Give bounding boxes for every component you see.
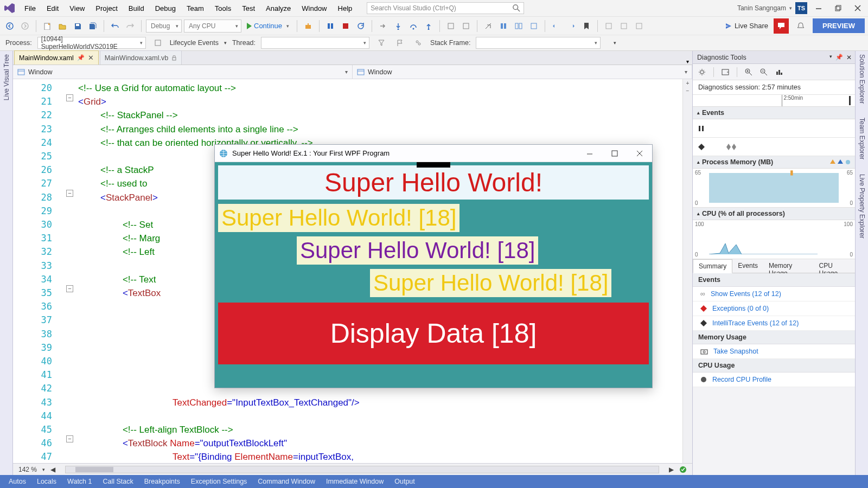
live-share-button[interactable]: Live Share	[725, 22, 768, 30]
step-over-button[interactable]	[407, 20, 420, 33]
search-input[interactable]: Search Visual Studio (Ctrl+Q)	[367, 2, 524, 14]
nav-left-dropdown[interactable]: Window	[13, 65, 353, 79]
toolbar-overflow[interactable]: ▾	[608, 36, 621, 49]
wpf-close-button[interactable]	[627, 145, 652, 162]
menu-help[interactable]: Help	[333, 2, 358, 15]
indent-button[interactable]	[565, 20, 578, 33]
zoom-out-icon[interactable]	[760, 68, 768, 76]
notifications-button[interactable]	[794, 20, 807, 33]
tab-locals[interactable]: Locals	[31, 476, 62, 487]
toolbar-icon-1[interactable]	[482, 20, 495, 33]
solution-explorer-rail[interactable]: Solution Explorer	[858, 51, 866, 107]
restart-button[interactable]	[354, 20, 367, 33]
menu-debug[interactable]: Debug	[150, 2, 181, 15]
thread-link-icon[interactable]	[412, 36, 425, 49]
menu-view[interactable]: View	[65, 2, 90, 15]
zoom-level[interactable]: 142 %	[18, 466, 37, 473]
thread-flag-icon[interactable]	[393, 36, 406, 49]
platform-dropdown[interactable]: Any CPU	[184, 20, 241, 33]
nav-forward-button[interactable]	[18, 20, 31, 33]
window-minimize-button[interactable]	[810, 2, 827, 14]
window-restore-button[interactable]	[830, 2, 846, 14]
menu-edit[interactable]: Edit	[42, 2, 63, 15]
vertical-scrollbar[interactable]: + −	[682, 79, 692, 463]
cpu-chart[interactable]: 100 100 0 0	[693, 220, 855, 259]
toolbar-btn-x2[interactable]	[617, 20, 630, 33]
debug-adorner[interactable]	[417, 162, 450, 168]
toolbar-icon-4[interactable]	[527, 20, 540, 33]
show-events-link[interactable]: ∞Show Events (12 of 12)	[693, 287, 855, 301]
thread-filter-icon[interactable]	[375, 36, 388, 49]
fold-icon[interactable]: −	[66, 285, 73, 292]
reset-zoom-icon[interactable]	[775, 68, 783, 76]
lifecycle-icon[interactable]	[151, 36, 164, 49]
memory-section-head[interactable]: ▴Process Memory (MB)	[693, 156, 855, 169]
toolbar-btn-a[interactable]	[444, 20, 457, 33]
gear-icon[interactable]	[698, 68, 706, 76]
toolbar-btn-x1[interactable]	[602, 20, 615, 33]
toolbar-icon-2[interactable]	[497, 20, 510, 33]
menu-analyze[interactable]: Analyze	[261, 2, 296, 15]
process-picker[interactable]: [10944] SuperHelloWorldVS2019E	[37, 37, 146, 49]
tab-inactive[interactable]: MainWindow.xaml.vb	[100, 50, 182, 65]
horizontal-scrollbar[interactable]	[65, 466, 659, 473]
exceptions-link[interactable]: Exceptions (0 of 0)	[693, 301, 855, 316]
user-name[interactable]: Tanin Sangngam	[737, 4, 786, 12]
scroll-left-icon[interactable]: ◀	[50, 466, 55, 473]
window-close-button[interactable]	[850, 2, 866, 14]
fold-icon[interactable]: −	[66, 435, 73, 442]
record-cpu-link[interactable]: Record CPU Profile	[693, 373, 855, 387]
menu-window[interactable]: Window	[297, 2, 331, 15]
tab-output[interactable]: Output	[389, 476, 420, 487]
menu-build[interactable]: Build	[124, 2, 149, 15]
wpf-minimize-button[interactable]	[577, 145, 602, 162]
fold-icon[interactable]: −	[66, 94, 73, 101]
stackframe-picker[interactable]	[476, 37, 601, 49]
tab-command-window[interactable]: Command Window	[252, 476, 321, 487]
step-next-button[interactable]	[376, 20, 390, 33]
toolbar-btn-b[interactable]	[459, 20, 473, 33]
live-visual-tree-rail[interactable]: Live Visual Tree	[0, 51, 13, 475]
redo-button[interactable]	[124, 20, 137, 33]
menu-project[interactable]: Project	[91, 2, 122, 15]
nav-back-button[interactable]	[3, 20, 16, 33]
intellitrace-link[interactable]: IntelliTrace Events (12 of 12)	[693, 316, 855, 331]
tab-exception-settings[interactable]: Exception Settings	[186, 476, 253, 487]
pin-icon[interactable]: 📌	[77, 54, 85, 61]
tab-active[interactable]: MainWindow.xaml 📌 ✕	[14, 50, 99, 65]
user-badge[interactable]: TS	[795, 2, 807, 14]
tab-breakpoints[interactable]: Breakpoints	[139, 476, 186, 487]
menu-file[interactable]: File	[20, 2, 41, 15]
tab-overflow-icon[interactable]: ▾	[686, 59, 689, 65]
pause-button[interactable]	[324, 20, 337, 33]
lifecycle-label[interactable]: Lifecycle Events	[170, 39, 219, 47]
stop-button[interactable]	[339, 20, 352, 33]
menu-test[interactable]: Test	[237, 2, 260, 15]
open-file-button[interactable]	[56, 20, 69, 33]
continue-button[interactable]: Continue▾	[244, 22, 292, 30]
select-tools-icon[interactable]	[722, 68, 729, 76]
memory-chart[interactable]: 65 65 0 0 ▮	[693, 169, 855, 208]
cpu-section-head[interactable]: ▴CPU (% of all processors)	[693, 208, 855, 220]
preview-button[interactable]: PREVIEW	[813, 18, 865, 33]
new-item-button[interactable]	[41, 20, 54, 33]
save-button[interactable]	[71, 20, 84, 33]
live-property-explorer-rail[interactable]: Live Property Explorer	[858, 171, 866, 242]
step-into-button[interactable]	[392, 20, 405, 33]
wpf-titlebar[interactable]: Super Hello World! Ex.1 : Your First WPF…	[215, 145, 652, 162]
team-explorer-rail[interactable]: Team Explorer	[858, 114, 866, 163]
outdent-button[interactable]	[550, 20, 563, 33]
panel-pin-icon[interactable]: 📌	[834, 53, 844, 62]
panel-dropdown-icon[interactable]: ▾	[828, 53, 833, 62]
diagnostic-ruler[interactable]: 2:50min	[693, 95, 855, 107]
nav-right-dropdown[interactable]: Window	[353, 65, 692, 79]
toolbar-btn-x3[interactable]	[633, 20, 646, 33]
step-out-button[interactable]	[422, 20, 435, 33]
close-tab-icon[interactable]: ✕	[88, 54, 94, 62]
tab-watch1[interactable]: Watch 1	[62, 476, 97, 487]
undo-button[interactable]	[108, 20, 122, 33]
thread-picker[interactable]	[261, 37, 369, 49]
zoom-in-icon[interactable]	[745, 68, 752, 76]
tab-autos[interactable]: Autos	[3, 476, 31, 487]
take-snapshot-link[interactable]: Take Snapshot	[693, 344, 855, 359]
